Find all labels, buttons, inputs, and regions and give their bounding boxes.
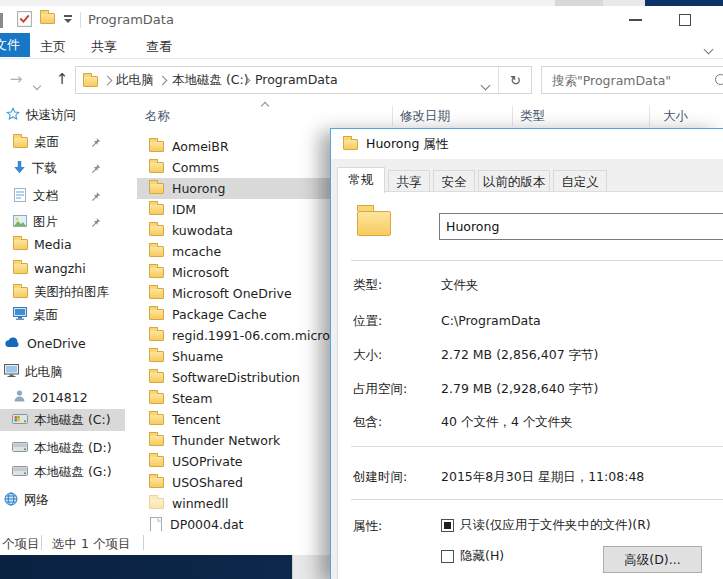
search-input[interactable] bbox=[550, 72, 704, 89]
sidebar-item-label: 桌面 bbox=[34, 134, 59, 151]
folder-icon bbox=[149, 330, 164, 341]
network-globe-icon bbox=[4, 492, 18, 509]
file-name: Shuame bbox=[172, 349, 223, 364]
dialog-tab-security[interactable]: 安全 bbox=[433, 170, 475, 192]
sidebar-item-desktop-qa[interactable]: 桌面 bbox=[0, 131, 125, 153]
ribbon-tab-view[interactable]: 查看 bbox=[139, 36, 179, 58]
ribbon-tab-file[interactable]: 文件 bbox=[0, 33, 30, 57]
sidebar-item-wangzhi[interactable]: wangzhi bbox=[0, 257, 125, 279]
qat-new-folder-button[interactable] bbox=[40, 13, 55, 24]
ribbon-tab-share[interactable]: 共享 bbox=[84, 36, 124, 58]
folder-icon bbox=[149, 309, 164, 320]
advanced-button[interactable]: 高级(D)... bbox=[603, 546, 702, 573]
chevron-down-icon bbox=[33, 82, 41, 90]
file-name: USOPrivate bbox=[172, 454, 243, 469]
dialog-row-value: 2.79 MB (2,928,640 字节) bbox=[441, 381, 598, 398]
sidebar-item-documents[interactable]: 文档 bbox=[0, 185, 125, 207]
pin-icon bbox=[90, 136, 101, 151]
dialog-row-label: 位置: bbox=[353, 313, 382, 330]
file-name: Tencent bbox=[172, 412, 221, 427]
dialog-tab-customize[interactable]: 自定义 bbox=[553, 170, 607, 192]
qat-properties-button[interactable] bbox=[16, 10, 33, 31]
folder-icon bbox=[149, 183, 164, 194]
dialog-row-value: 2.72 MB (2,856,407 字节) bbox=[441, 347, 598, 364]
sidebar-item-label: 此电脑 bbox=[25, 364, 63, 381]
drive-windows-icon bbox=[12, 413, 28, 428]
sidebar-item-network[interactable]: 网络 bbox=[0, 489, 125, 511]
breadcrumb-programdata[interactable]: ProgramData bbox=[255, 67, 338, 93]
dialog-attributes-label: 属性: bbox=[353, 518, 382, 535]
dialog-row-value: C:\ProgramData bbox=[441, 313, 541, 328]
sidebar-item-label: 下载 bbox=[32, 160, 57, 177]
ribbon-tab-home[interactable]: 主页 bbox=[33, 36, 73, 58]
desktop-icon bbox=[13, 307, 27, 323]
sidebar-item-desktop[interactable]: 桌面 bbox=[0, 304, 125, 326]
sidebar-item-onedrive[interactable]: OneDrive bbox=[0, 332, 125, 354]
recent-locations-button[interactable] bbox=[34, 77, 40, 92]
file-name: DP0004.dat bbox=[170, 517, 243, 532]
folder-icon bbox=[343, 139, 358, 150]
file-name: SoftwareDistribution bbox=[172, 370, 300, 385]
sidebar-item-this-pc[interactable]: 此电脑 bbox=[0, 361, 125, 383]
column-separator[interactable] bbox=[649, 106, 650, 126]
sidebar-item-pictures[interactable]: 图片 bbox=[0, 211, 125, 233]
sidebar-item-label: wangzhi bbox=[34, 261, 86, 276]
file-icon bbox=[150, 517, 162, 532]
refresh-button[interactable]: ↻ bbox=[499, 67, 532, 93]
readonly-checkbox[interactable] bbox=[441, 519, 454, 532]
column-header-modified[interactable]: 修改日期 bbox=[400, 105, 450, 127]
cloud-icon bbox=[5, 336, 21, 351]
sidebar-item-quick-access[interactable]: 快速访问 bbox=[0, 104, 125, 126]
column-header-name[interactable]: 名称 bbox=[145, 105, 170, 127]
ribbon-expand-button[interactable] bbox=[705, 41, 719, 53]
folder-icon bbox=[149, 267, 164, 278]
column-separator[interactable] bbox=[512, 106, 513, 126]
download-icon bbox=[13, 160, 26, 177]
forward-button[interactable]: → bbox=[4, 66, 28, 92]
file-name: kuwodata bbox=[172, 223, 233, 238]
dialog-row-value: 文件夹 bbox=[441, 277, 479, 294]
sidebar-item-local-disk-g[interactable]: 本地磁盘 (G:) bbox=[0, 461, 125, 483]
column-header-size[interactable]: 大小 bbox=[663, 105, 688, 127]
sidebar-item-label: 图片 bbox=[33, 214, 58, 231]
sidebar-item-label: 本地磁盘 (C:) bbox=[34, 412, 111, 429]
sidebar-item-local-disk-d[interactable]: 本地磁盘 (D:) bbox=[0, 437, 125, 459]
sidebar-item-user-2014812[interactable]: 2014812 bbox=[0, 386, 125, 408]
folder-icon bbox=[13, 137, 28, 148]
maximize-button[interactable] bbox=[662, 6, 708, 34]
dialog-titlebar: Huorong 属性 bbox=[331, 129, 723, 159]
folder-name-input[interactable] bbox=[439, 213, 723, 240]
screen: ProgramData 文件 主页 共享 查看 → ↑ 此电脑 本地磁盘 (C:… bbox=[0, 0, 723, 579]
folder-icon bbox=[149, 414, 164, 425]
sidebar-item-label: 本地磁盘 (D:) bbox=[34, 440, 112, 457]
up-button[interactable]: ↑ bbox=[50, 66, 74, 92]
sidebar-item-media[interactable]: Media bbox=[0, 233, 125, 255]
drive-icon bbox=[12, 441, 28, 456]
desktop-window-fragment bbox=[292, 555, 331, 579]
sidebar-item-local-disk-c[interactable]: 本地磁盘 (C:) bbox=[0, 409, 125, 431]
column-header-type[interactable]: 类型 bbox=[520, 105, 545, 127]
qat-customize-button[interactable] bbox=[62, 15, 74, 25]
hidden-checkbox[interactable] bbox=[441, 550, 454, 563]
dialog-row-label: 包含: bbox=[353, 414, 382, 431]
folder-icon bbox=[40, 13, 55, 24]
pin-icon bbox=[90, 190, 101, 205]
dialog-tab-general[interactable]: 常规 bbox=[337, 167, 385, 193]
dialog-created-value: 2015年8月30日 星期日，11:08:48 bbox=[441, 469, 644, 486]
qat-separator bbox=[80, 12, 81, 28]
address-bar[interactable]: 此电脑 本地磁盘 (C:) ProgramData ↻ bbox=[75, 66, 532, 94]
dialog-tab-previous-versions[interactable]: 以前的版本 bbox=[478, 170, 550, 192]
folder-icon bbox=[149, 393, 164, 404]
hidden-label: 隐藏(H) bbox=[460, 548, 504, 565]
minimize-button[interactable] bbox=[612, 6, 658, 34]
folder-icon bbox=[149, 141, 164, 152]
breadcrumb-local-disk-c[interactable]: 本地磁盘 (C:) bbox=[172, 67, 249, 93]
column-separator[interactable] bbox=[392, 106, 393, 126]
dialog-tab-sharing[interactable]: 共享 bbox=[388, 170, 430, 192]
file-name: Comms bbox=[172, 160, 219, 175]
breadcrumb-this-pc[interactable]: 此电脑 bbox=[116, 67, 154, 93]
sidebar-item-downloads[interactable]: 下载 bbox=[0, 157, 125, 179]
address-dropdown-button[interactable] bbox=[482, 77, 489, 92]
sidebar-item-meitu-library[interactable]: 美图拍拍图库 bbox=[0, 281, 125, 303]
search-box[interactable] bbox=[541, 66, 723, 94]
